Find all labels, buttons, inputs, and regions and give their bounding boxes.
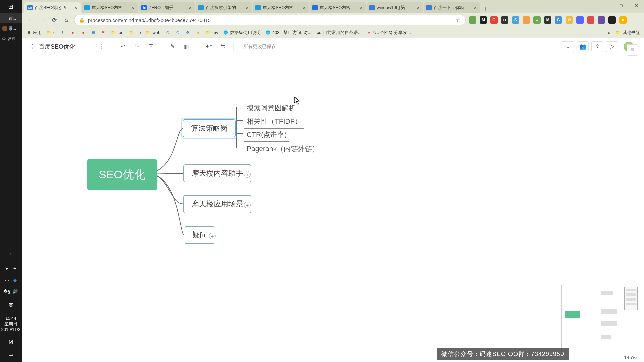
browser-tab[interactable]: 摩天楼SEO内容✕	[253, 2, 309, 13]
bookmark-item[interactable]: 📁lib	[129, 30, 141, 35]
browser-tab[interactable]: 摩天楼SEO内容✕	[310, 2, 366, 13]
volume-icon[interactable]: 🔊	[12, 288, 18, 294]
pen-tool-button[interactable]: ✎	[167, 41, 178, 52]
battery-icon[interactable]: ▭	[4, 277, 10, 283]
tray-expand-icon[interactable]: ›	[7, 250, 15, 257]
bookmark-item[interactable]: ⬇	[60, 30, 66, 35]
document-title[interactable]: 百度SEO优化	[39, 43, 75, 51]
taskbar-clock[interactable]: 15:44 星期日 2019/11/3	[1, 316, 21, 333]
tab-close-icon[interactable]: ✕	[416, 5, 420, 10]
bookmark-item[interactable]: ⊞应用	[26, 29, 42, 36]
expand-button[interactable]: +	[209, 233, 216, 239]
tab-close-icon[interactable]: ✕	[131, 5, 135, 10]
maximize-button[interactable]: ◻	[613, 0, 629, 11]
tab-close-icon[interactable]: ✕	[74, 5, 78, 10]
tab-close-icon[interactable]: ✕	[188, 5, 192, 10]
bookmark-item[interactable]: ❖	[185, 30, 191, 35]
bookmark-item[interactable]: 🌐403 - 禁止访问: 访...	[265, 29, 311, 36]
extension-icon[interactable]: M	[480, 16, 487, 24]
magic-button[interactable]: ✦⁺	[203, 41, 214, 52]
download-button[interactable]: ⤓	[562, 41, 574, 52]
extension-icon[interactable]: ▲	[533, 16, 541, 24]
bookmark-item[interactable]: 📁c	[46, 30, 56, 35]
browser-tab[interactable]: 百度一下，你就✕	[424, 2, 480, 13]
bookmark-item[interactable]: ❤	[101, 30, 106, 35]
extension-icon[interactable]: G	[555, 16, 562, 24]
extension-icon[interactable]	[608, 16, 616, 24]
expand-button[interactable]: +	[244, 202, 251, 208]
extension-icon[interactable]: ☻	[619, 16, 627, 24]
mindmap-node-algorithm[interactable]: 算法策略岗	[183, 119, 236, 137]
browser-tab[interactable]: 摩天楼SEO内容✕	[82, 2, 138, 13]
share-button[interactable]: ⇪	[591, 41, 603, 52]
extension-icon[interactable]: ∷	[501, 16, 508, 24]
expand-button[interactable]: +	[244, 171, 251, 178]
back-button[interactable]: ←	[26, 16, 35, 24]
browser-tab[interactable]: On百度SEO优化 Pr✕	[24, 2, 81, 13]
mindmap-node-content[interactable]: 摩天楼内容助手	[183, 164, 251, 182]
mindmap-leaf[interactable]: 搜索词意图解析	[244, 102, 299, 115]
tray-icon[interactable]: M	[9, 339, 13, 345]
wifi-icon[interactable]: �§	[4, 288, 10, 294]
reload-button[interactable]: ⟳	[50, 16, 59, 24]
extension-icon[interactable]	[598, 16, 605, 24]
bookmark-item[interactable]: G	[175, 30, 180, 35]
bookmark-item[interactable]: ★UU个性网-分享发...	[366, 29, 411, 36]
mindmap-node-scene[interactable]: 摩天楼应用场景	[183, 195, 251, 213]
bookmark-item[interactable]: G	[165, 30, 170, 35]
mindmap-leaf[interactable]: CTR(点击率)	[244, 129, 289, 142]
tab-close-icon[interactable]: ✕	[302, 5, 306, 10]
link-button[interactable]: ⇋	[217, 41, 228, 52]
tab-close-icon[interactable]: ✕	[473, 5, 477, 10]
undo-button[interactable]: ↶	[117, 41, 128, 52]
mindmap-leaf[interactable]: 相关性（TFIDF）	[244, 115, 304, 129]
mindmap-root-node[interactable]: SEO优化	[87, 159, 157, 190]
taskbar-app-chrome[interactable]: 百...	[0, 13, 22, 23]
chrome-menu-button[interactable]: ⋮	[630, 16, 640, 24]
bookmark-item[interactable]: ●	[80, 30, 86, 35]
bookmark-item[interactable]: ●	[70, 30, 76, 35]
bookmarks-overflow[interactable]: »	[608, 29, 611, 36]
bookmark-item[interactable]: 📁web	[145, 30, 160, 35]
taskbar-app-2[interactable]: 暴...	[0, 23, 22, 34]
bookmark-item[interactable]: ●	[195, 30, 201, 35]
home-button[interactable]: ⌂	[62, 16, 71, 24]
mindmap-canvas[interactable]: SEO优化 算法策略岗 搜索词意图解析 相关性（TFIDF） CTR(点击率) …	[22, 55, 644, 362]
extension-icon[interactable]	[587, 16, 594, 24]
start-button[interactable]: ⊞	[0, 0, 22, 13]
tray-icon[interactable]: ✦	[12, 265, 18, 272]
extension-icon[interactable]: S	[512, 16, 519, 24]
redo-button[interactable]: ↷	[131, 41, 142, 52]
tab-close-icon[interactable]: ✕	[359, 5, 363, 10]
tab-close-icon[interactable]: ✕	[245, 5, 249, 10]
bookmark-item[interactable]: ☁目前常用的自然语...	[316, 29, 362, 36]
minimize-button[interactable]: —	[598, 0, 613, 11]
bookmark-item[interactable]: 📁tool	[111, 30, 125, 35]
ime-indicator[interactable]: 英	[9, 302, 13, 308]
collab-button[interactable]: 👥	[577, 41, 589, 52]
browser-tab[interactable]: window10电脑✕	[367, 2, 423, 13]
extension-icon[interactable]	[576, 16, 584, 24]
canvas-settings-button[interactable]: ≡	[627, 44, 638, 56]
notification-icon[interactable]: ▭	[8, 351, 13, 357]
address-bar[interactable]: 🔒 processon.com/mindmap/5dbcf2b0e4b0ece7…	[74, 15, 466, 25]
back-icon[interactable]: 〈	[27, 42, 35, 51]
bookmark-item[interactable]: 📁mv	[205, 30, 218, 35]
mindmap-leaf[interactable]: Pagerank（内链外链）	[244, 143, 322, 156]
zoom-level[interactable]: 145%	[624, 354, 637, 360]
extension-icon[interactable]	[469, 16, 476, 24]
present-button[interactable]: ▷	[606, 41, 618, 52]
new-tab-button[interactable]: ＋	[481, 4, 490, 13]
extension-icon[interactable]	[523, 16, 530, 24]
more-menu-button[interactable]: ⋮	[96, 41, 106, 52]
forward-button[interactable]: →	[38, 16, 47, 24]
browser-tab[interactable]: 知ZERO - 知乎✕	[139, 2, 195, 13]
tray-icon[interactable]: ➤	[4, 265, 10, 272]
format-painter-button[interactable]: Ŧ	[146, 41, 156, 52]
close-window-button[interactable]: ✕	[629, 0, 644, 11]
bookmark-item[interactable]: 🌐数据集使用说明	[223, 29, 261, 36]
extension-icon[interactable]: ✿	[566, 16, 573, 24]
layout-button[interactable]: ▥	[181, 41, 192, 52]
tray-icon[interactable]: ◆	[12, 277, 18, 283]
minimap[interactable]	[561, 285, 639, 352]
